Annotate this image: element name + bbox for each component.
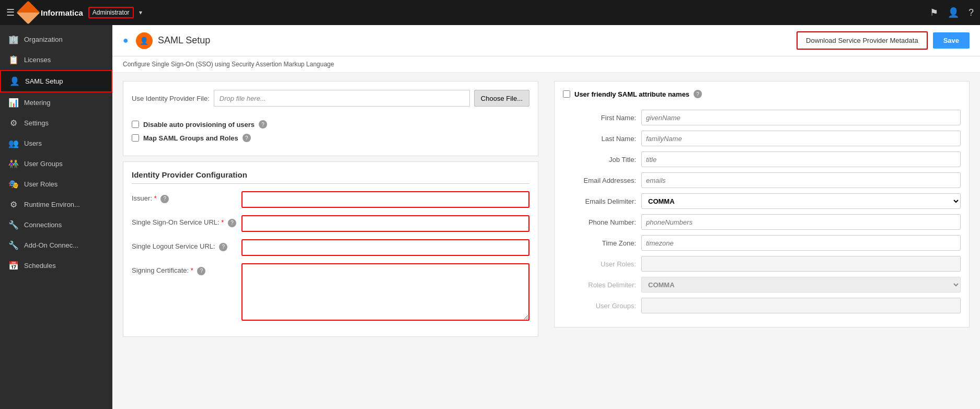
admin-badge[interactable]: Administrator — [88, 7, 134, 18]
slo-help-icon[interactable]: ? — [219, 243, 227, 251]
page-title-area: ● 👤 SAML Setup — [123, 32, 210, 49]
sidebar-item-licenses[interactable]: 📋Licenses — [0, 50, 112, 70]
first-name-row: First Name: — [563, 110, 961, 125]
sidebar-item-metering[interactable]: 📊Metering — [0, 92, 112, 113]
page-header: ● 👤 SAML Setup Download Service Provider… — [112, 25, 980, 56]
user-friendly-checkbox[interactable] — [563, 90, 570, 98]
sidebar: 🏢Organization📋Licenses👤SAML Setup📊Meteri… — [0, 25, 112, 409]
sidebar-item-label-organization: Organization — [24, 36, 63, 43]
disable-auto-help-icon[interactable]: ? — [259, 120, 267, 128]
sidebar-item-label-settings: Settings — [24, 119, 49, 127]
sidebar-item-label-add-on-connec: Add-On Connec... — [24, 241, 78, 249]
sidebar-item-label-metering: Metering — [24, 99, 51, 107]
runtime-environ-icon: ⚙ — [8, 200, 19, 209]
last-name-input[interactable] — [641, 131, 961, 146]
sso-url-field-row: Single Sign-On Service URL: * ? — [132, 215, 529, 232]
cert-field-row: Signing Certificate: * ? — [132, 263, 529, 321]
issuer-field-row: Issuer: * ? — [132, 191, 529, 208]
phone-number-label: Phone Number: — [563, 218, 636, 226]
user-friendly-help-icon[interactable]: ? — [694, 90, 702, 98]
hamburger-menu[interactable]: ☰ — [6, 7, 15, 18]
first-name-input[interactable] — [641, 110, 961, 125]
brand-name: Informatica — [41, 8, 83, 17]
save-button[interactable]: Save — [933, 32, 970, 49]
issuer-input[interactable] — [241, 191, 529, 208]
user-groups-row: User Groups: — [563, 298, 961, 313]
issuer-help-icon[interactable]: ? — [160, 195, 169, 203]
sidebar-item-saml-setup[interactable]: 👤SAML Setup — [0, 70, 112, 92]
sidebar-item-label-schedules: Schedules — [24, 262, 56, 270]
slo-url-input[interactable] — [241, 239, 529, 256]
disable-auto-checkbox[interactable] — [132, 121, 139, 128]
top-nav-right: ⚑ 👤 ? — [930, 7, 974, 18]
app-body: 🏢Organization📋Licenses👤SAML Setup📊Meteri… — [0, 25, 980, 409]
time-zone-row: Time Zone: — [563, 235, 961, 251]
sso-help-icon[interactable]: ? — [228, 219, 236, 227]
map-saml-checkbox[interactable] — [132, 134, 139, 142]
cert-help-icon[interactable]: ? — [197, 267, 205, 275]
user-groups-input[interactable] — [641, 298, 961, 313]
help-icon[interactable]: ? — [969, 7, 974, 18]
sidebar-item-connections[interactable]: 🔧Connections — [0, 215, 112, 235]
email-addresses-input[interactable] — [641, 172, 961, 188]
user-groups-label: User Groups: — [563, 302, 636, 310]
sidebar-item-label-users: Users — [24, 139, 42, 147]
user-roles-input[interactable] — [641, 256, 961, 272]
user-roles-icon: 🎭 — [8, 179, 19, 189]
issuer-label: Issuer: * ? — [132, 191, 236, 203]
sidebar-item-runtime-environ[interactable]: ⚙Runtime Environ... — [0, 194, 112, 215]
licenses-icon: 📋 — [8, 55, 19, 65]
admin-dropdown-arrow[interactable]: ▾ — [139, 9, 142, 16]
disable-auto-row: Disable auto provisioning of users ? — [132, 120, 529, 128]
choose-file-button[interactable]: Choose File... — [474, 90, 529, 107]
map-saml-label: Map SAML Groups and Roles — [143, 134, 238, 142]
logo-area: Informatica — [20, 4, 83, 21]
time-zone-input[interactable] — [641, 235, 961, 251]
user-roles-row: User Roles: — [563, 256, 961, 272]
connections-icon: 🔧 — [8, 220, 19, 230]
flag-icon[interactable]: ⚑ — [930, 7, 938, 18]
sso-url-input[interactable] — [241, 215, 529, 232]
roles-delimiter-label: Roles Delimiter: — [563, 281, 636, 289]
cert-required: * — [191, 266, 193, 274]
slo-url-field-row: Single Logout Service URL: ? — [132, 239, 529, 256]
sidebar-item-users[interactable]: 👥Users — [0, 133, 112, 154]
sidebar-item-label-runtime-environ: Runtime Environ... — [24, 201, 80, 208]
job-title-input[interactable] — [641, 151, 961, 167]
metering-icon: 📊 — [8, 98, 19, 108]
file-drop-zone[interactable]: Drop file here... — [214, 90, 470, 107]
sidebar-item-settings[interactable]: ⚙Settings — [0, 113, 112, 133]
download-metadata-button[interactable]: Download Service Provider Metadata — [797, 31, 928, 50]
form-area: Use Identity Provider File: Drop file he… — [112, 73, 980, 409]
last-name-row: Last Name: — [563, 131, 961, 146]
main-content: ● 👤 SAML Setup Download Service Provider… — [112, 25, 980, 409]
sidebar-item-add-on-connec[interactable]: 🔧Add-On Connec... — [0, 235, 112, 255]
first-name-label: First Name: — [563, 114, 636, 122]
top-navigation: ☰ Informatica Administrator ▾ ⚑ 👤 ? — [0, 0, 980, 25]
users-icon: 👥 — [8, 138, 19, 148]
user-profile-icon[interactable]: 👤 — [948, 7, 959, 18]
emails-delimiter-row: Emails Delimiter: COMMA SEMICOLON PIPE S… — [563, 193, 961, 209]
schedules-icon: 📅 — [8, 261, 19, 271]
roles-delimiter-select[interactable]: COMMA SEMICOLON PIPE SPACE — [641, 277, 961, 293]
sidebar-item-user-roles[interactable]: 🎭User Roles — [0, 174, 112, 194]
sidebar-item-user-groups[interactable]: 👫User Groups — [0, 154, 112, 174]
slo-url-label: Single Logout Service URL: ? — [132, 239, 236, 251]
sidebar-item-label-saml-setup: SAML Setup — [25, 77, 63, 85]
phone-number-input[interactable] — [641, 214, 961, 230]
user-groups-icon: 👫 — [8, 159, 19, 169]
sidebar-item-organization[interactable]: 🏢Organization — [0, 29, 112, 50]
sso-required: * — [221, 218, 224, 226]
sidebar-item-label-licenses: Licenses — [24, 56, 51, 64]
add-on-connec-icon: 🔧 — [8, 240, 19, 250]
cert-label: Signing Certificate: * ? — [132, 263, 236, 275]
signing-certificate-textarea[interactable] — [241, 263, 529, 321]
settings-icon: ⚙ — [8, 118, 19, 128]
map-saml-help-icon[interactable]: ? — [243, 134, 251, 142]
sidebar-item-schedules[interactable]: 📅Schedules — [0, 255, 112, 276]
time-zone-label: Time Zone: — [563, 239, 636, 247]
sso-url-label: Single Sign-On Service URL: * ? — [132, 215, 236, 227]
emails-delimiter-select[interactable]: COMMA SEMICOLON PIPE SPACE — [641, 193, 961, 209]
email-addresses-label: Email Addresses: — [563, 177, 636, 184]
saml-page-icon: 👤 — [136, 32, 153, 49]
